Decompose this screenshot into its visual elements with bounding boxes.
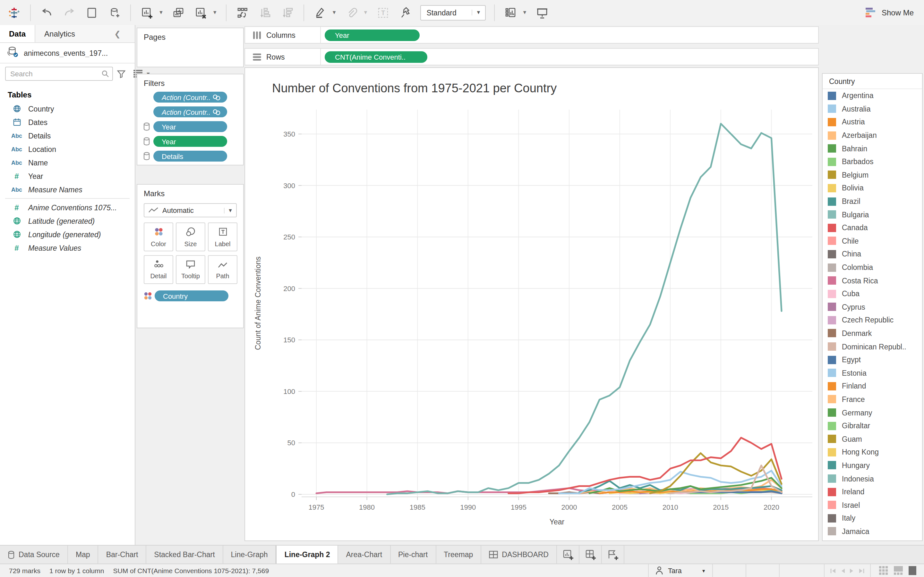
filter-pill-4[interactable]: Details bbox=[153, 151, 227, 161]
next-page-button[interactable] bbox=[850, 568, 854, 574]
sheet-tab-area-chart[interactable]: Area-Chart bbox=[338, 546, 391, 564]
field-details[interactable]: AbcDetails bbox=[0, 129, 135, 142]
field-year[interactable]: #Year bbox=[0, 169, 135, 183]
path-mark-button[interactable]: Path bbox=[208, 255, 237, 284]
legend-item-japan[interactable]: Japan bbox=[822, 538, 922, 541]
legend-item-azerbaijan[interactable]: Azerbaijan bbox=[822, 129, 922, 142]
tab-analytics[interactable]: Analytics ❮ bbox=[35, 25, 135, 42]
filter-fields-icon[interactable] bbox=[117, 69, 126, 78]
legend-item-indonesia[interactable]: Indonesia bbox=[822, 472, 922, 485]
field-anime-conventions-1075[interactable]: #Anime Conventions 1075... bbox=[0, 201, 135, 214]
presentation-mode-button[interactable] bbox=[534, 5, 549, 20]
user-filter-control[interactable]: Tara ▼ bbox=[648, 564, 712, 577]
rows-pill-cnt[interactable]: CNT(Anime Conventi.. bbox=[325, 51, 427, 63]
legend-item-brazil[interactable]: Brazil bbox=[822, 195, 922, 208]
legend-item-colombia[interactable]: Colombia bbox=[822, 261, 922, 274]
columns-pill-year[interactable]: Year bbox=[325, 29, 420, 41]
legend-item-bolivia[interactable]: Bolivia bbox=[822, 181, 922, 195]
series-light-teal[interactable] bbox=[387, 124, 782, 494]
prev-page-button[interactable] bbox=[841, 568, 845, 574]
save-button[interactable] bbox=[84, 5, 99, 20]
clear-sheet-caret[interactable]: ▼ bbox=[212, 10, 218, 15]
swap-axes-button[interactable] bbox=[235, 5, 250, 20]
filmstrip-view-button[interactable] bbox=[893, 566, 903, 575]
line-chart[interactable]: 1975198019851990199520002005201020152020… bbox=[245, 68, 818, 540]
new-datasource-button[interactable] bbox=[107, 5, 122, 20]
new-dashboard-tab-button[interactable] bbox=[580, 546, 602, 564]
legend-item-cuba[interactable]: Cuba bbox=[822, 287, 922, 300]
legend-item-denmark[interactable]: Denmark bbox=[822, 327, 922, 340]
highlight-button[interactable] bbox=[312, 5, 328, 20]
new-worksheet-tab-button[interactable] bbox=[557, 546, 580, 564]
sheet-tab-bar-chart[interactable]: Bar-Chart bbox=[99, 546, 147, 564]
field-country[interactable]: Country bbox=[0, 102, 135, 115]
color-mark-button[interactable]: Color bbox=[144, 222, 173, 251]
show-hide-cards-caret[interactable]: ▼ bbox=[522, 10, 527, 15]
label-mark-button[interactable]: Label bbox=[208, 222, 237, 251]
legend-item-italy[interactable]: Italy bbox=[822, 512, 922, 525]
show-hide-cards-button[interactable] bbox=[503, 5, 518, 20]
text-label-button[interactable]: T bbox=[375, 5, 391, 20]
attach-caret[interactable]: ▼ bbox=[363, 10, 368, 15]
new-worksheet-button[interactable] bbox=[139, 5, 155, 20]
sheet-tab-treemap[interactable]: Treemap bbox=[436, 546, 481, 564]
sort-descending-button[interactable] bbox=[280, 5, 295, 20]
last-page-button[interactable] bbox=[859, 568, 864, 574]
filter-pill-3[interactable]: Year bbox=[153, 136, 227, 147]
field-name[interactable]: AbcName bbox=[0, 156, 135, 169]
search-input[interactable] bbox=[6, 70, 102, 77]
tooltip-mark-button[interactable]: Tooltip bbox=[176, 255, 205, 284]
legend-item-czech-republic[interactable]: Czech Republic bbox=[822, 314, 922, 327]
legend-item-belgium[interactable]: Belgium bbox=[822, 168, 922, 181]
filter-pill-0[interactable]: Action (Countr.. bbox=[153, 92, 227, 103]
marks-country-pill[interactable]: Country bbox=[155, 290, 228, 301]
fit-mode-select[interactable]: Standard ▼ bbox=[420, 5, 485, 20]
columns-shelf[interactable]: Columns Year bbox=[244, 26, 819, 44]
attach-button[interactable] bbox=[344, 5, 359, 20]
sheet-tab-line-graph[interactable]: Line-Graph bbox=[223, 546, 276, 564]
sheet-tab-line-graph-2[interactable]: Line-Graph 2 bbox=[276, 546, 338, 564]
legend-item-bulgaria[interactable]: Bulgaria bbox=[822, 208, 922, 221]
legend-item-dominican-republ[interactable]: Dominican Republ.. bbox=[822, 340, 922, 353]
new-worksheet-caret[interactable]: ▼ bbox=[158, 10, 164, 15]
datasource-row[interactable]: animecons_events_197... bbox=[0, 43, 135, 63]
rows-shelf[interactable]: Rows CNT(Anime Conventi.. bbox=[244, 48, 819, 65]
filter-pill-1[interactable]: Action (Countr.. bbox=[153, 106, 227, 117]
sheet-tab-data-source[interactable]: Data Source bbox=[0, 546, 68, 564]
sheet-tab-pie-chart[interactable]: Pie-chart bbox=[391, 546, 436, 564]
size-mark-button[interactable]: Size bbox=[176, 222, 205, 251]
legend-item-ireland[interactable]: Ireland bbox=[822, 485, 922, 498]
legend-item-guam[interactable]: Guam bbox=[822, 432, 922, 446]
sheet-tab-dashboard[interactable]: DASHBOARD bbox=[481, 546, 557, 564]
legend-item-germany[interactable]: Germany bbox=[822, 406, 922, 419]
tab-data[interactable]: Data bbox=[0, 25, 35, 42]
legend-item-jamaica[interactable]: Jamaica bbox=[822, 525, 922, 538]
first-page-button[interactable] bbox=[830, 568, 836, 574]
legend-item-cyprus[interactable]: Cyprus bbox=[822, 300, 922, 314]
legend-item-bahrain[interactable]: Bahrain bbox=[822, 142, 922, 155]
worksheet-view[interactable]: 1975198019851990199520002005201020152020… bbox=[244, 67, 819, 541]
legend-item-china[interactable]: China bbox=[822, 247, 922, 261]
clear-sheet-button[interactable] bbox=[193, 5, 208, 20]
field-longitude-generated[interactable]: Longitude (generated) bbox=[0, 227, 135, 241]
collapse-pane-icon[interactable]: ❮ bbox=[109, 29, 126, 38]
legend-item-canada[interactable]: Canada bbox=[822, 221, 922, 234]
field-measure-names[interactable]: AbcMeasure Names bbox=[0, 183, 135, 196]
field-location[interactable]: AbcLocation bbox=[0, 142, 135, 156]
legend-item-france[interactable]: France bbox=[822, 393, 922, 406]
legend-item-australia[interactable]: Australia bbox=[822, 102, 922, 115]
redo-button[interactable] bbox=[61, 5, 77, 20]
duplicate-sheet-button[interactable] bbox=[171, 5, 186, 20]
legend-item-estonia[interactable]: Estonia bbox=[822, 366, 922, 380]
undo-button[interactable] bbox=[39, 5, 55, 20]
legend-item-finland[interactable]: Finland bbox=[822, 380, 922, 393]
grid-view-button[interactable] bbox=[879, 566, 888, 575]
sheet-tab-map[interactable]: Map bbox=[68, 546, 99, 564]
legend-item-egypt[interactable]: Egypt bbox=[822, 353, 922, 366]
fix-axes-pin-button[interactable] bbox=[397, 5, 413, 20]
detail-mark-button[interactable]: Detail bbox=[144, 255, 173, 284]
legend-item-chile[interactable]: Chile bbox=[822, 234, 922, 247]
highlight-caret[interactable]: ▼ bbox=[332, 10, 337, 15]
field-dates[interactable]: Dates bbox=[0, 115, 135, 129]
search-box[interactable] bbox=[5, 67, 113, 81]
